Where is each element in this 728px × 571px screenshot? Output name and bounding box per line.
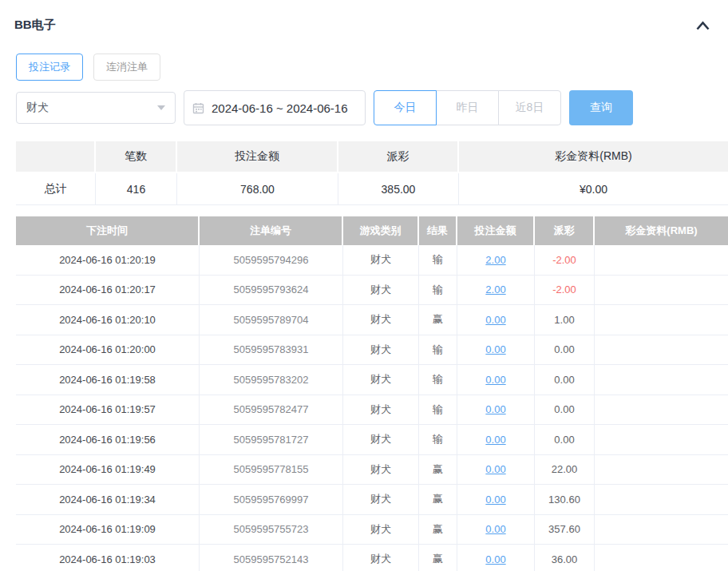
- table-row: 2024-06-16 01:19:495059595778155财犬赢0.002…: [16, 455, 728, 486]
- order-id-cell: 5059595752143: [200, 545, 343, 571]
- order-id-cell: 5059595783202: [200, 365, 343, 395]
- table-row: 2024-06-16 01:19:095059595755723财犬赢0.003…: [16, 515, 728, 545]
- summary-table: 笔数投注金额派彩彩金资料(RMB) 总计 416 768.00 385.00 ¥…: [16, 141, 728, 205]
- table-row: 2024-06-16 01:19:565059595781727财犬输0.000…: [16, 425, 728, 455]
- bet-amount-link[interactable]: 0.00: [485, 463, 505, 475]
- header-cell-payout: 派彩: [535, 216, 595, 245]
- result-cell: 赢: [419, 485, 457, 514]
- payout-cell: 0.00: [535, 425, 595, 454]
- bonus-cell: [595, 545, 728, 571]
- bet-amount-cell: 0.00: [457, 485, 535, 514]
- bet-amount-link[interactable]: 0.00: [485, 494, 505, 506]
- header-cell-result: 结果: [419, 216, 457, 245]
- bet-time-cell: 2024-06-16 01:19:03: [16, 545, 200, 571]
- bet-amount-cell: 0.00: [457, 335, 535, 365]
- summary-header-cell: [16, 141, 96, 172]
- bonus-cell: [595, 455, 728, 485]
- order-id-cell: 5059595782477: [200, 395, 343, 425]
- game-type-cell: 财犬: [343, 395, 419, 425]
- game-type-cell: 财犬: [343, 455, 419, 485]
- bonus-cell: [595, 515, 728, 545]
- game-type-cell: 财犬: [343, 515, 419, 545]
- bet-time-cell: 2024-06-16 01:19:56: [16, 425, 200, 454]
- order-id-cell: 5059595794296: [200, 245, 343, 275]
- result-cell: 输: [419, 276, 457, 305]
- header-cell-game-type: 游戏类别: [343, 216, 419, 245]
- quick-today-button[interactable]: 今日: [374, 90, 437, 125]
- game-type-cell: 财犬: [343, 305, 419, 335]
- payout-cell: 22.00: [535, 455, 595, 485]
- order-id-cell: 5059595783931: [200, 335, 343, 365]
- header-cell-order-id: 注单编号: [200, 216, 343, 245]
- table-row: 2024-06-16 01:19:345059595769997财犬赢0.001…: [16, 485, 728, 515]
- game-select[interactable]: 财犬: [16, 92, 176, 124]
- bet-amount-link[interactable]: 0.00: [485, 553, 505, 565]
- table-row: 2024-06-16 01:20:005059595783931财犬输0.000…: [16, 335, 728, 366]
- table-row: 2024-06-16 01:20:195059595794296财犬输2.00-…: [16, 245, 728, 276]
- bet-time-cell: 2024-06-16 01:19:58: [16, 365, 200, 395]
- bet-amount-cell: 2.00: [457, 276, 535, 305]
- record-type-tabs: 投注记录 连消注单: [16, 54, 728, 81]
- table-row: 2024-06-16 01:20:175059595793624财犬输2.00-…: [16, 276, 728, 306]
- table-row: 2024-06-16 01:19:575059595782477财犬输0.000…: [16, 395, 728, 426]
- game-type-cell: 财犬: [343, 485, 419, 514]
- bet-amount-link[interactable]: 0.00: [485, 434, 505, 446]
- game-select-value: 财犬: [26, 101, 49, 115]
- table-row: 2024-06-16 01:20:105059595789704财犬赢0.001…: [16, 305, 728, 335]
- query-button[interactable]: 查询: [569, 90, 633, 125]
- date-range-value: 2024-06-16 ~ 2024-06-16: [212, 101, 348, 115]
- bet-amount-link[interactable]: 0.00: [485, 374, 505, 386]
- bonus-cell: [595, 365, 728, 395]
- game-type-cell: 财犬: [343, 276, 419, 305]
- payout-cell: 1.00: [535, 305, 595, 335]
- quick-yesterday-button[interactable]: 昨日: [436, 90, 499, 125]
- result-cell: 赢: [419, 455, 457, 485]
- summary-payout-value: 385.00: [338, 173, 459, 204]
- payout-cell: 130.60: [535, 485, 595, 514]
- quick-last8days-button[interactable]: 近8日: [498, 90, 561, 125]
- payout-cell: -2.00: [535, 245, 595, 275]
- bet-amount-cell: 0.00: [457, 545, 535, 571]
- summary-total-label: 总计: [16, 173, 96, 204]
- header-cell-bonus: 彩金资料(RMB): [595, 216, 728, 245]
- detail-header-row: 下注时间注单编号游戏类别结果投注金额派彩彩金资料(RMB): [16, 216, 728, 245]
- bet-amount-link[interactable]: 0.00: [485, 403, 505, 415]
- bet-detail-table: 下注时间注单编号游戏类别结果投注金额派彩彩金资料(RMB) 2024-06-16…: [16, 216, 728, 571]
- calendar-icon: [192, 102, 204, 114]
- bet-time-cell: 2024-06-16 01:19:49: [16, 455, 200, 485]
- game-type-cell: 财犬: [343, 245, 419, 275]
- table-row: 2024-06-16 01:19:035059595752143财犬赢0.003…: [16, 545, 728, 571]
- summary-bet-amount-value: 768.00: [177, 173, 338, 204]
- table-row: 2024-06-16 01:19:585059595783202财犬输0.000…: [16, 365, 728, 395]
- bet-amount-link[interactable]: 0.00: [485, 314, 505, 326]
- bonus-cell: [595, 305, 728, 335]
- filter-bar: 财犬 2024-06-16 ~ 2024-06-16 今日 昨日 近8日 查询: [16, 90, 728, 125]
- result-cell: 输: [419, 365, 457, 395]
- date-range-input[interactable]: 2024-06-16 ~ 2024-06-16: [184, 90, 366, 125]
- result-cell: 输: [419, 395, 457, 425]
- bet-time-cell: 2024-06-16 01:20:17: [16, 276, 200, 305]
- bet-amount-link[interactable]: 2.00: [485, 284, 505, 295]
- detail-table-body: 2024-06-16 01:20:195059595794296财犬输2.00-…: [16, 245, 728, 571]
- bet-amount-link[interactable]: 0.00: [485, 523, 505, 535]
- order-id-cell: 5059595778155: [200, 455, 343, 485]
- result-cell: 赢: [419, 515, 457, 545]
- bet-amount-link[interactable]: 2.00: [485, 254, 505, 266]
- order-id-cell: 5059595789704: [200, 305, 343, 335]
- bet-amount-link[interactable]: 0.00: [485, 343, 505, 355]
- bet-time-cell: 2024-06-16 01:20:10: [16, 305, 200, 335]
- payout-cell: 0.00: [535, 365, 595, 395]
- bet-time-cell: 2024-06-16 01:20:19: [16, 245, 200, 275]
- bet-time-cell: 2024-06-16 01:19:57: [16, 395, 200, 425]
- bonus-cell: [595, 425, 728, 454]
- summary-total-row: 总计 416 768.00 385.00 ¥0.00: [16, 173, 728, 205]
- tab-cancelled-orders[interactable]: 连消注单: [93, 54, 160, 81]
- collapse-panel-button[interactable]: [692, 20, 714, 31]
- tab-bet-records[interactable]: 投注记录: [16, 54, 83, 81]
- chevron-up-icon: [695, 20, 710, 31]
- result-cell: 输: [419, 245, 457, 275]
- header-cell-bet-time: 下注时间: [16, 216, 200, 245]
- bonus-cell: [595, 276, 728, 305]
- summary-header-cell: 彩金资料(RMB): [459, 141, 728, 172]
- result-cell: 输: [419, 425, 457, 454]
